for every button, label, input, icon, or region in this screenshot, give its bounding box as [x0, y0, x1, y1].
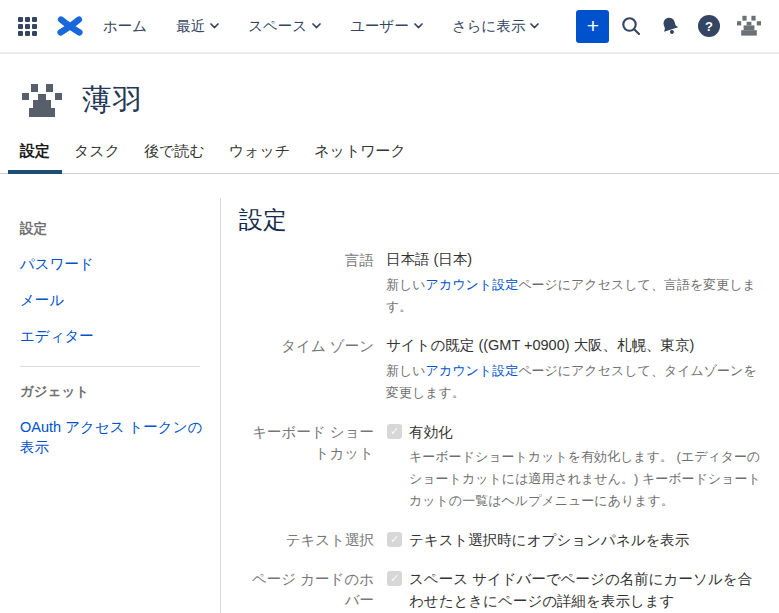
- nav-home[interactable]: ホーム: [103, 17, 147, 36]
- help-icon[interactable]: ?: [698, 15, 720, 37]
- language-desc-pre: 新しい: [386, 277, 426, 292]
- page-card-hover-checkbox[interactable]: ✓: [387, 571, 402, 586]
- text-select-checkbox-label: テキスト選択時にオプションパネルを表示: [409, 529, 689, 551]
- chevron-down-icon: [414, 23, 423, 29]
- page-card-hover-row: ページ カードのホバー ✓ スペース サイドバーでページの名前にカーソルを合わせ…: [239, 568, 765, 612]
- keyboard-shortcuts-description: キーボードショートカットを有効化します。 (エディターのショートカットには適用さ…: [409, 446, 765, 512]
- keyboard-shortcuts-checkbox[interactable]: ✓: [387, 424, 402, 439]
- nav-recent-label: 最近: [176, 17, 205, 36]
- keyboard-shortcuts-checkbox-label: 有効化: [409, 421, 453, 443]
- language-value: 日本語 (日本): [386, 249, 765, 270]
- text-select-row: テキスト選択 ✓ テキスト選択時にオプションパネルを表示: [239, 529, 765, 551]
- text-select-checkbox[interactable]: ✓: [387, 532, 402, 547]
- top-navigation-bar: ホーム 最近 スペース ユーザー さらに表示 + ?: [0, 0, 779, 54]
- timezone-label: タイム ゾーン: [239, 335, 374, 404]
- page-card-hover-label: ページ カードのホバー: [239, 568, 374, 612]
- language-label: 言語: [239, 249, 374, 318]
- sidebar-item-email[interactable]: メール: [20, 290, 206, 310]
- sidebar-header-gadgets: ガジェット: [20, 383, 206, 401]
- settings-sidebar: 設定 パスワード メール エディター ガジェット OAuth アクセス トークン…: [0, 198, 221, 613]
- sidebar-item-oauth-tokens[interactable]: OAuth アクセス トークンの表示: [20, 417, 206, 457]
- sidebar-item-password[interactable]: パスワード: [20, 254, 206, 274]
- sidebar-item-editor[interactable]: エディター: [20, 326, 206, 346]
- chevron-down-icon: [210, 23, 219, 29]
- timezone-desc-pre: 新しい: [386, 363, 426, 378]
- primary-nav: ホーム 最近 スペース ユーザー さらに表示: [103, 17, 539, 36]
- tab-watches[interactable]: ウォッチ: [217, 138, 302, 174]
- create-button[interactable]: +: [576, 10, 609, 43]
- content-area: 設定 パスワード メール エディター ガジェット OAuth アクセス トークン…: [0, 174, 779, 613]
- confluence-logo-icon[interactable]: [57, 13, 83, 39]
- page-title: 薄羽: [82, 80, 143, 121]
- tab-saved-for-later[interactable]: 後で読む: [132, 138, 217, 174]
- help-glyph: ?: [698, 15, 720, 37]
- search-icon[interactable]: [620, 15, 642, 37]
- timezone-row: タイム ゾーン サイトの既定 ((GMT +0900) 大阪、札幌、東京) 新し…: [239, 335, 765, 404]
- timezone-value: サイトの既定 ((GMT +0900) 大阪、札幌、東京): [386, 335, 765, 356]
- account-settings-link[interactable]: アカウント設定: [426, 277, 519, 292]
- app-switcher-icon[interactable]: [18, 17, 37, 36]
- settings-heading: 設定: [239, 204, 765, 236]
- page-card-hover-checkbox-label: スペース サイドバーでページの名前にカーソルを合わせたときにページの詳細を表示し…: [409, 568, 761, 612]
- notifications-bell-icon[interactable]: [659, 15, 681, 37]
- account-settings-link[interactable]: アカウント設定: [426, 363, 519, 378]
- settings-main: 設定 言語 日本語 (日本) 新しいアカウント設定ページにアクセスして、言語を変…: [221, 174, 779, 613]
- keyboard-shortcuts-row: キーボード ショートカット ✓ 有効化 キーボードショートカットを有効化します。…: [239, 421, 765, 512]
- topbar-right-icons: ?: [620, 14, 761, 38]
- sidebar-header-settings: 設定: [20, 220, 206, 238]
- timezone-description: 新しいアカウント設定ページにアクセスして、タイムゾーンを変更します。: [386, 360, 765, 404]
- keyboard-shortcuts-label: キーボード ショートカット: [239, 421, 374, 512]
- language-description: 新しいアカウント設定ページにアクセスして、言語を変更します。: [386, 274, 765, 318]
- nav-people-label: ユーザー: [350, 17, 409, 36]
- nav-home-label: ホーム: [103, 17, 147, 36]
- profile-header: 薄羽: [0, 54, 779, 121]
- nav-more-label: さらに表示: [452, 17, 526, 36]
- user-pixel-avatar: [22, 81, 62, 121]
- nav-people[interactable]: ユーザー: [350, 17, 423, 36]
- text-select-label: テキスト選択: [239, 529, 374, 551]
- nav-more[interactable]: さらに表示: [452, 17, 540, 36]
- chevron-down-icon: [530, 23, 539, 29]
- sidebar-divider: [20, 366, 200, 367]
- tab-settings[interactable]: 設定: [8, 138, 62, 174]
- profile-tabs: 設定 タスク 後で読む ウォッチ ネットワーク: [0, 138, 779, 174]
- tab-tasks[interactable]: タスク: [62, 138, 132, 174]
- language-row: 言語 日本語 (日本) 新しいアカウント設定ページにアクセスして、言語を変更しま…: [239, 249, 765, 318]
- nav-recent[interactable]: 最近: [176, 17, 219, 36]
- profile-avatar[interactable]: [737, 14, 761, 38]
- nav-spaces[interactable]: スペース: [248, 17, 321, 36]
- tab-network[interactable]: ネットワーク: [302, 138, 418, 174]
- nav-spaces-label: スペース: [248, 17, 307, 36]
- chevron-down-icon: [312, 23, 321, 29]
